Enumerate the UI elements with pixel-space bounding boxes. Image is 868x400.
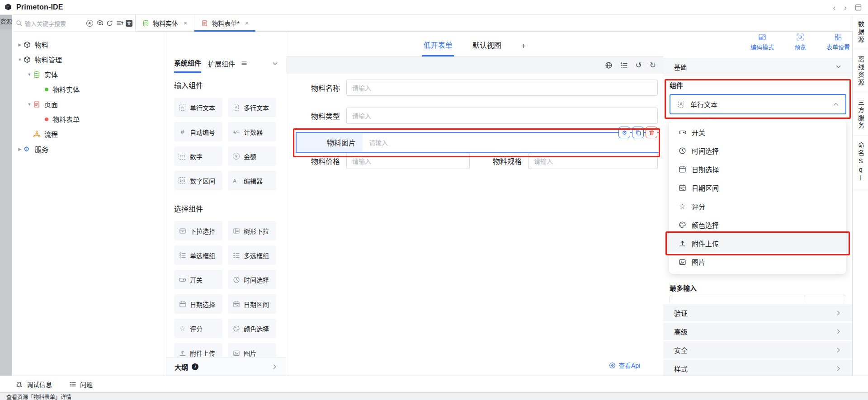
dropdown-option-date-range[interactable]: 日期区间	[669, 179, 846, 197]
material-name-input[interactable]: 请输入	[346, 80, 658, 96]
palette-item-checkbox-group[interactable]: 多选框组	[228, 245, 276, 265]
material-image-input[interactable]: 请输入	[363, 133, 388, 152]
inspector-section-advanced[interactable]: 高级	[663, 323, 852, 340]
palette-item-time-picker[interactable]: 时间选择	[228, 270, 276, 289]
inspector-section-style[interactable]: 样式	[663, 360, 852, 377]
close-icon[interactable]: ×	[184, 19, 187, 27]
form-field-material-type[interactable]: 物料类型 请输入	[311, 108, 658, 124]
dropdown-option-date-picker[interactable]: 日期选择	[669, 160, 846, 179]
right-tab-data-source[interactable]: 数据源	[853, 15, 868, 50]
inspector-section-validation[interactable]: 验证	[663, 304, 852, 321]
palette-collapse-icon[interactable]	[272, 61, 278, 71]
right-tab-named-sql[interactable]: 命名Sql	[853, 136, 868, 189]
undo-icon[interactable]: ↺	[636, 61, 642, 70]
tree-item-material-mgmt[interactable]: ▼ 物料管理	[12, 52, 166, 67]
inspector-group-basic[interactable]: 基础	[663, 58, 852, 75]
view-tab-default-view[interactable]: 默认视图	[471, 39, 503, 56]
view-tab-lowcode-form[interactable]: 低开表单	[422, 39, 454, 56]
material-spec-input[interactable]: 请输入	[528, 153, 658, 169]
dropdown-option-image[interactable]: 图片	[669, 253, 846, 271]
palette-menu-icon[interactable]	[241, 61, 247, 70]
palette-item-radio-group[interactable]: 单选框组	[174, 245, 222, 265]
globe-icon[interactable]	[605, 61, 613, 69]
palette-tab-system[interactable]: 系统组件	[174, 58, 201, 73]
chevron-down-icon[interactable]: ▼	[26, 102, 33, 107]
chevron-right-icon[interactable]	[272, 364, 278, 370]
palette-item-auto-number[interactable]: #自动编号	[174, 122, 222, 141]
right-tab-third-party-services[interactable]: 三方服务	[853, 93, 868, 136]
tree-item-material-entity[interactable]: 物料实体	[12, 82, 166, 97]
cube-icon	[24, 41, 33, 48]
palette-item-tree-dropdown[interactable]: 树形下拉	[228, 221, 276, 240]
palette-item-multi-text[interactable]: A多行文本	[228, 98, 276, 117]
palette-section-select: 选择组件	[174, 203, 278, 214]
close-icon[interactable]: ×	[245, 19, 249, 27]
chevron-down-icon[interactable]	[835, 64, 841, 70]
window-layout-icon[interactable]	[855, 4, 862, 11]
field-settings-button[interactable]: ⚙	[618, 127, 630, 138]
chevron-right-icon[interactable]: ▶	[16, 42, 24, 47]
problems-tab[interactable]: 问题	[69, 380, 93, 389]
palette-item-color-picker[interactable]: 颜色选择	[228, 319, 276, 338]
redo-icon[interactable]: ↻	[650, 61, 656, 70]
palette-item-date-range[interactable]: 日期区间	[228, 294, 276, 314]
nav-back-icon[interactable]: ‹	[833, 3, 835, 12]
palette-item-date-picker[interactable]: 日期选择	[174, 294, 222, 314]
dropdown-option-time-picker[interactable]: 时间选择	[669, 141, 846, 160]
right-tab-offline-resources[interactable]: 离线资源	[853, 50, 868, 93]
new-resource-icon[interactable]	[96, 19, 104, 27]
code-mode-button[interactable]: 编码模式	[750, 33, 774, 51]
chevron-right-icon[interactable]: ▶	[16, 147, 24, 151]
palette-item-number[interactable]: 123数字	[174, 146, 222, 166]
sort-list-icon[interactable]	[116, 19, 123, 27]
sidebar-tab-resources[interactable]: 资源	[0, 15, 12, 29]
dropdown-option-switch[interactable]: 开关	[669, 123, 846, 141]
preview-button[interactable]: 预览	[794, 33, 806, 51]
locale-switch-icon[interactable]: 文	[126, 20, 132, 27]
palette-item-single-text[interactable]: A单行文本	[174, 98, 222, 117]
add-view-tab-button[interactable]: +	[520, 42, 528, 56]
inspector-section-security[interactable]: 安全	[663, 341, 852, 358]
chevron-down-icon[interactable]: ▼	[26, 72, 33, 77]
refresh-icon[interactable]	[106, 19, 113, 27]
outline-bar[interactable]: 大纲 i	[166, 357, 286, 376]
tree-item-entity[interactable]: ▼ 实体	[12, 67, 166, 82]
palette-item-currency[interactable]: ¥金额	[228, 146, 276, 166]
palette-item-editor[interactable]: A≡编辑器	[228, 171, 276, 190]
palette-item-counter[interactable]: +∕−计数器	[228, 122, 276, 141]
tree-item-material[interactable]: ▶ 物料	[12, 37, 166, 52]
tree-item-material-form[interactable]: 物料表单	[12, 112, 166, 127]
ai-assistant-icon[interactable]: AI	[86, 19, 94, 27]
material-price-input[interactable]: 请输入	[346, 153, 470, 169]
search-input[interactable]: 输入关键字搜索	[25, 19, 86, 28]
form-field-material-name[interactable]: 物料名称 请输入	[311, 80, 658, 96]
palette-item-attachment-upload[interactable]: 附件上传	[174, 343, 222, 357]
dropdown-option-rating[interactable]: ☆评分	[669, 197, 846, 216]
tree-item-process[interactable]: 流程	[12, 127, 166, 141]
palette-item-number-range[interactable]: 1~3数字区间	[174, 171, 222, 190]
editor-tab-material-entity[interactable]: 物料实体 ×	[136, 15, 194, 31]
debug-info-tab[interactable]: 调试信息	[15, 380, 52, 389]
palette-tab-extend[interactable]: 扩展组件	[208, 59, 235, 72]
outline-list-icon[interactable]	[620, 61, 628, 69]
dropdown-option-attachment-upload[interactable]: 附件上传	[669, 234, 846, 253]
nav-forward-icon[interactable]: ›	[844, 3, 847, 12]
field-copy-button[interactable]	[632, 127, 644, 138]
palette-item-dropdown[interactable]: 下拉选择	[174, 221, 222, 240]
tree-item-page[interactable]: ▼ 页面	[12, 97, 166, 112]
tree-item-service[interactable]: ▶ ⚙ 服务	[12, 141, 166, 156]
component-type-select[interactable]: A 单行文本	[670, 94, 846, 114]
material-type-input[interactable]: 请输入	[346, 108, 658, 124]
form-settings-button[interactable]: 表单设置	[826, 33, 850, 51]
chevron-down-icon[interactable]: ▼	[16, 57, 24, 62]
dropdown-option-color-picker[interactable]: 颜色选择	[669, 216, 846, 234]
max-input-field[interactable]	[670, 295, 846, 302]
palette-item-rating[interactable]: ☆评分	[174, 319, 222, 338]
editor-tab-material-form[interactable]: 物料表单* ×	[194, 15, 255, 31]
resource-tree: ▶ 物料 ▼ 物料管理 ▼ 实体	[12, 32, 166, 156]
palette-item-switch[interactable]: 开关	[174, 270, 222, 289]
field-delete-button[interactable]	[646, 127, 657, 138]
palette-item-image[interactable]: 图片	[228, 343, 276, 357]
form-field-material-image-selected[interactable]: 物料图片 请输入 ⚙	[296, 132, 660, 153]
view-api-link[interactable]: 查看Api	[609, 361, 640, 370]
